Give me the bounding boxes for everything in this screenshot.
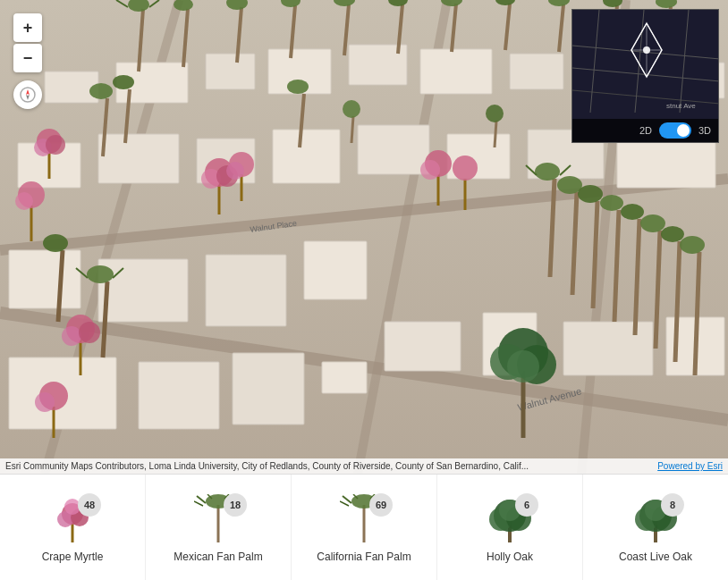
svg-point-112	[87, 265, 114, 283]
svg-point-59	[453, 156, 478, 181]
svg-point-102	[661, 226, 684, 242]
tree-icon-wrap: 8	[629, 492, 682, 545]
legend-item-coast-live-oak[interactable]: 8Coast Live Oak	[583, 475, 728, 580]
count-badge: 6	[515, 493, 538, 517]
svg-text:stnut Ave: stnut Ave	[666, 102, 696, 110]
svg-rect-27	[206, 255, 286, 326]
svg-point-57	[420, 160, 440, 180]
svg-rect-14	[510, 54, 563, 89]
legend-item-holly-oak[interactable]: 6Holly Oak	[437, 475, 583, 580]
map-container[interactable]: Walnut Avenue Walnut Place	[0, 0, 728, 474]
svg-rect-35	[233, 353, 304, 424]
tree-label: Crape Myrtle	[42, 551, 104, 563]
svg-rect-28	[304, 241, 367, 299]
svg-rect-31	[563, 322, 653, 375]
count-badge: 18	[224, 493, 247, 517]
svg-point-116	[43, 234, 68, 252]
svg-rect-26	[98, 259, 188, 322]
powered-by-text: Powered by Esri	[657, 461, 723, 471]
svg-line-122	[351, 116, 353, 143]
svg-point-43	[62, 326, 81, 346]
svg-point-104	[680, 236, 705, 254]
tree-label: Mexican Fan Palm	[174, 551, 262, 563]
svg-point-44	[79, 322, 100, 343]
tree-icon-wrap: 18	[191, 492, 245, 545]
svg-point-96	[600, 195, 623, 211]
zoom-in-button[interactable]: +	[13, 13, 42, 42]
minimap-toggle-bar: 2D 3D	[572, 119, 718, 142]
svg-point-47	[15, 192, 33, 210]
label-2d: 2D	[639, 125, 652, 136]
attribution-bar: Esri Community Maps Contributors, Loma L…	[0, 458, 728, 474]
legend-item-mexican-fan-palm[interactable]: 18Mexican Fan Palm	[146, 475, 292, 580]
zoom-controls: + −	[13, 13, 42, 72]
svg-line-160	[343, 496, 351, 503]
svg-point-54	[226, 162, 244, 180]
svg-point-94	[578, 185, 603, 203]
svg-point-125	[486, 105, 504, 122]
svg-point-144	[643, 46, 650, 54]
svg-point-123	[343, 100, 360, 118]
label-3d: 3D	[698, 125, 711, 136]
svg-point-40	[46, 135, 65, 155]
tree-icon-wrap: 69	[337, 492, 391, 545]
svg-point-88	[535, 163, 560, 181]
svg-rect-18	[98, 134, 179, 183]
svg-rect-13	[420, 49, 492, 94]
svg-line-162	[340, 501, 349, 506]
svg-rect-25	[9, 250, 80, 308]
2d-3d-toggle[interactable]	[659, 122, 691, 139]
svg-point-106	[89, 83, 113, 99]
legend-item-crape-myrtle[interactable]: 48Crape Myrtle	[0, 475, 146, 580]
attribution-text: Esri Community Maps Contributors, Loma L…	[5, 461, 529, 471]
svg-point-121	[507, 350, 539, 382]
count-badge: 69	[369, 493, 393, 517]
count-badge: 8	[661, 493, 684, 517]
svg-marker-127	[26, 89, 30, 95]
tree-icon-wrap: 6	[483, 492, 537, 545]
tree-label: Holly Oak	[487, 551, 533, 563]
tree-label: California Fan Palm	[317, 551, 411, 563]
svg-line-124	[495, 121, 496, 147]
svg-line-154	[194, 501, 203, 506]
svg-rect-10	[206, 54, 255, 89]
legend-bar: 48Crape Myrtle 18Mexican Fan Palm 69Cali…	[0, 474, 728, 580]
minimap: stnut Ave 2D 3D	[571, 9, 719, 143]
svg-point-108	[113, 75, 134, 89]
svg-rect-29	[385, 322, 461, 371]
tree-icon-wrap: 48	[46, 492, 99, 545]
tree-label: Coast Live Oak	[619, 551, 692, 563]
svg-marker-128	[26, 95, 30, 100]
compass-icon	[20, 87, 36, 103]
count-badge: 48	[78, 493, 101, 517]
svg-line-152	[197, 496, 206, 503]
svg-point-98	[621, 204, 644, 220]
svg-point-62	[35, 392, 55, 412]
svg-rect-8	[45, 71, 98, 103]
svg-rect-34	[139, 362, 219, 429]
svg-rect-20	[273, 130, 340, 183]
svg-point-100	[640, 214, 665, 232]
zoom-out-button[interactable]: −	[13, 44, 42, 72]
compass-button[interactable]	[13, 80, 42, 109]
svg-point-110	[287, 80, 309, 94]
svg-rect-36	[322, 362, 367, 393]
svg-rect-21	[358, 125, 429, 174]
legend-item-california-fan-palm[interactable]: 69California Fan Palm	[292, 475, 437, 580]
